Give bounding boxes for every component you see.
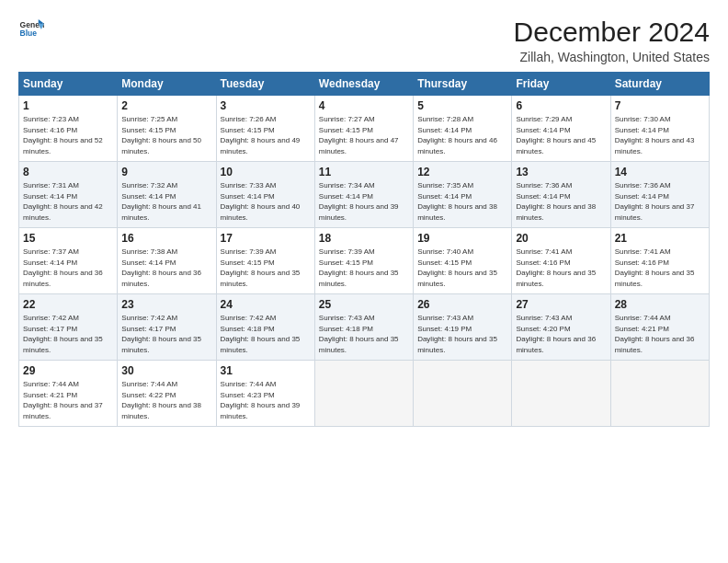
col-monday: Monday [118,73,216,96]
day-info: Sunrise: 7:43 AMSunset: 4:18 PMDaylight:… [319,314,399,353]
day-cell: 2Sunrise: 7:25 AMSunset: 4:15 PMDaylight… [118,96,216,162]
day-info: Sunrise: 7:42 AMSunset: 4:18 PMDaylight:… [221,314,301,353]
week-row-5: 29Sunrise: 7:44 AMSunset: 4:21 PMDayligh… [19,361,710,427]
main-title: December 2024 [514,17,710,48]
day-cell: 25Sunrise: 7:43 AMSunset: 4:18 PMDayligh… [314,294,413,361]
day-cell: 4Sunrise: 7:27 AMSunset: 4:15 PMDaylight… [314,96,413,162]
page: General Blue General Blue December 2024 … [0,0,728,563]
day-cell: 18Sunrise: 7:39 AMSunset: 4:15 PMDayligh… [314,228,413,294]
day-number: 3 [221,98,311,113]
col-thursday: Thursday [414,73,512,96]
day-info: Sunrise: 7:25 AMSunset: 4:15 PMDaylight:… [121,115,201,155]
day-cell: 15Sunrise: 7:37 AMSunset: 4:14 PMDayligh… [19,228,118,294]
day-info: Sunrise: 7:38 AMSunset: 4:14 PMDaylight:… [121,247,201,287]
day-info: Sunrise: 7:44 AMSunset: 4:21 PMDaylight:… [615,314,695,353]
day-number: 20 [516,231,606,246]
day-cell: 7Sunrise: 7:30 AMSunset: 4:14 PMDaylight… [610,96,709,162]
day-cell: 19Sunrise: 7:40 AMSunset: 4:15 PMDayligh… [414,228,512,294]
day-info: Sunrise: 7:42 AMSunset: 4:17 PMDaylight:… [23,314,103,353]
day-number: 28 [615,297,705,312]
subtitle: Zillah, Washington, United States [514,50,710,64]
day-info: Sunrise: 7:40 AMSunset: 4:15 PMDaylight:… [417,247,497,287]
day-cell: 28Sunrise: 7:44 AMSunset: 4:21 PMDayligh… [610,294,709,361]
col-wednesday: Wednesday [314,73,413,96]
title-block: December 2024 Zillah, Washington, United… [514,17,710,64]
calendar-body: 1Sunrise: 7:23 AMSunset: 4:16 PMDaylight… [19,96,710,427]
day-cell: 30Sunrise: 7:44 AMSunset: 4:22 PMDayligh… [118,361,216,427]
day-number: 1 [23,98,113,113]
day-info: Sunrise: 7:27 AMSunset: 4:15 PMDaylight:… [319,115,399,155]
day-number: 27 [516,297,606,312]
day-info: Sunrise: 7:44 AMSunset: 4:21 PMDaylight:… [23,380,103,419]
day-number: 11 [319,165,409,179]
day-cell: 20Sunrise: 7:41 AMSunset: 4:16 PMDayligh… [512,228,610,294]
day-info: Sunrise: 7:44 AMSunset: 4:23 PMDaylight:… [221,380,301,419]
day-cell: 5Sunrise: 7:28 AMSunset: 4:14 PMDaylight… [414,96,512,162]
col-sunday: Sunday [19,73,118,96]
day-number: 23 [121,297,211,312]
day-cell: 17Sunrise: 7:39 AMSunset: 4:15 PMDayligh… [216,228,314,294]
day-cell: 23Sunrise: 7:42 AMSunset: 4:17 PMDayligh… [118,294,216,361]
week-row-2: 8Sunrise: 7:31 AMSunset: 4:14 PMDaylight… [19,162,710,228]
day-info: Sunrise: 7:28 AMSunset: 4:14 PMDaylight:… [417,115,497,155]
day-number: 9 [121,165,211,179]
day-info: Sunrise: 7:37 AMSunset: 4:14 PMDaylight:… [23,247,103,287]
day-info: Sunrise: 7:34 AMSunset: 4:14 PMDaylight:… [319,181,399,221]
day-number: 8 [23,165,113,179]
day-info: Sunrise: 7:44 AMSunset: 4:22 PMDaylight:… [121,380,201,419]
day-cell: 12Sunrise: 7:35 AMSunset: 4:14 PMDayligh… [414,162,512,228]
day-cell: 24Sunrise: 7:42 AMSunset: 4:18 PMDayligh… [216,294,314,361]
day-cell: 21Sunrise: 7:41 AMSunset: 4:16 PMDayligh… [610,228,709,294]
day-info: Sunrise: 7:43 AMSunset: 4:19 PMDaylight:… [417,314,497,353]
day-number: 31 [221,363,311,378]
day-info: Sunrise: 7:42 AMSunset: 4:17 PMDaylight:… [121,314,201,353]
day-cell: 8Sunrise: 7:31 AMSunset: 4:14 PMDaylight… [19,162,118,228]
col-tuesday: Tuesday [216,73,314,96]
day-number: 26 [417,297,507,312]
day-info: Sunrise: 7:23 AMSunset: 4:16 PMDaylight:… [23,115,103,155]
day-cell: 6Sunrise: 7:29 AMSunset: 4:14 PMDaylight… [512,96,610,162]
day-info: Sunrise: 7:41 AMSunset: 4:16 PMDaylight:… [615,247,695,287]
day-info: Sunrise: 7:39 AMSunset: 4:15 PMDaylight:… [319,247,399,287]
day-info: Sunrise: 7:35 AMSunset: 4:14 PMDaylight:… [417,181,497,221]
day-cell: 13Sunrise: 7:36 AMSunset: 4:14 PMDayligh… [512,162,610,228]
day-cell: 1Sunrise: 7:23 AMSunset: 4:16 PMDaylight… [19,96,118,162]
day-info: Sunrise: 7:26 AMSunset: 4:15 PMDaylight:… [221,115,301,155]
col-friday: Friday [512,73,610,96]
day-number: 6 [516,98,606,113]
day-number: 4 [319,98,409,113]
day-cell: 11Sunrise: 7:34 AMSunset: 4:14 PMDayligh… [314,162,413,228]
day-cell: 27Sunrise: 7:43 AMSunset: 4:20 PMDayligh… [512,294,610,361]
day-cell: 31Sunrise: 7:44 AMSunset: 4:23 PMDayligh… [216,361,314,427]
day-number: 14 [615,165,705,179]
day-number: 18 [319,231,409,246]
day-cell: 26Sunrise: 7:43 AMSunset: 4:19 PMDayligh… [414,294,512,361]
day-info: Sunrise: 7:36 AMSunset: 4:14 PMDaylight:… [615,181,695,221]
day-number: 10 [221,165,311,179]
day-cell: 14Sunrise: 7:36 AMSunset: 4:14 PMDayligh… [610,162,709,228]
day-cell [512,361,610,427]
day-info: Sunrise: 7:31 AMSunset: 4:14 PMDaylight:… [23,181,103,221]
day-info: Sunrise: 7:29 AMSunset: 4:14 PMDaylight:… [516,115,596,155]
header-row: Sunday Monday Tuesday Wednesday Thursday… [19,73,710,96]
day-number: 5 [417,98,507,113]
day-cell [314,361,413,427]
week-row-1: 1Sunrise: 7:23 AMSunset: 4:16 PMDaylight… [19,96,710,162]
logo: General Blue General Blue [18,17,44,42]
day-info: Sunrise: 7:36 AMSunset: 4:14 PMDaylight:… [516,181,596,221]
day-number: 29 [23,363,113,378]
day-number: 2 [121,98,211,113]
day-info: Sunrise: 7:39 AMSunset: 4:15 PMDaylight:… [221,247,301,287]
day-cell: 29Sunrise: 7:44 AMSunset: 4:21 PMDayligh… [19,361,118,427]
calendar-table: Sunday Monday Tuesday Wednesday Thursday… [18,72,710,427]
day-number: 25 [319,297,409,312]
day-cell [414,361,512,427]
day-cell: 3Sunrise: 7:26 AMSunset: 4:15 PMDaylight… [216,96,314,162]
day-info: Sunrise: 7:30 AMSunset: 4:14 PMDaylight:… [615,115,695,155]
header: General Blue General Blue December 2024 … [18,17,710,64]
day-number: 19 [417,231,507,246]
day-number: 12 [417,165,507,179]
day-number: 13 [516,165,606,179]
day-info: Sunrise: 7:43 AMSunset: 4:20 PMDaylight:… [516,314,596,353]
day-cell: 22Sunrise: 7:42 AMSunset: 4:17 PMDayligh… [19,294,118,361]
